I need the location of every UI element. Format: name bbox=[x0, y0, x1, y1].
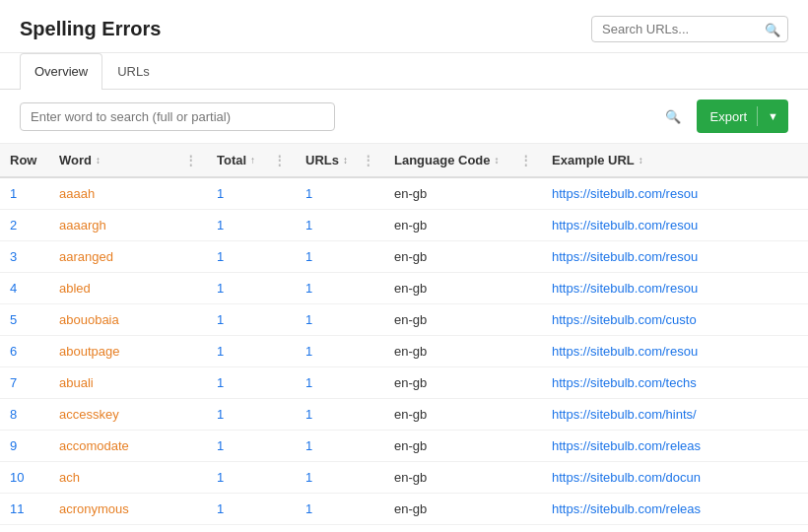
example-url-link[interactable]: https://sitebulb.com/hints/ bbox=[552, 407, 697, 422]
col-header-total-label: Total bbox=[217, 153, 246, 167]
cell-row-3: 4 bbox=[0, 273, 49, 304]
total-link[interactable]: 1 bbox=[217, 407, 224, 422]
word-link[interactable]: accesskey bbox=[59, 407, 119, 422]
word-link[interactable]: abouobaia bbox=[59, 312, 119, 327]
total-sort-icon[interactable]: ↑ bbox=[250, 155, 255, 166]
cell-total-7: 1 bbox=[207, 399, 296, 431]
col-header-lang-label: Language Code bbox=[394, 153, 491, 167]
total-link[interactable]: 1 bbox=[217, 218, 224, 233]
example-url-link[interactable]: https://sitebulb.com/techs bbox=[552, 375, 697, 390]
word-link[interactable]: aaranged bbox=[59, 249, 113, 264]
total-link[interactable]: 1 bbox=[217, 438, 224, 453]
tab-overview[interactable]: Overview bbox=[20, 53, 102, 90]
word-link[interactable]: acronymous bbox=[59, 501, 129, 516]
example-url-link[interactable]: https://sitebulb.com/resou bbox=[552, 344, 698, 359]
cell-example-4: https://sitebulb.com/custo bbox=[542, 304, 808, 336]
cell-urls-4: 1 bbox=[296, 304, 384, 336]
cell-lang-8: en-gb bbox=[384, 431, 542, 462]
total-link[interactable]: 1 bbox=[217, 501, 224, 516]
cell-row-8: 9 bbox=[0, 431, 49, 462]
cell-example-0: https://sitebulb.com/resou bbox=[542, 177, 808, 210]
spelling-errors-table: Row Word ↕ ⋮ Total ↑ ⋮ bbox=[0, 144, 808, 525]
lang-col-menu-icon[interactable]: ⋮ bbox=[519, 153, 532, 167]
urls-link[interactable]: 1 bbox=[305, 344, 312, 359]
cell-total-10: 1 bbox=[207, 494, 296, 525]
total-link[interactable]: 1 bbox=[217, 344, 224, 359]
example-url-link[interactable]: https://sitebulb.com/resou bbox=[552, 281, 698, 296]
example-url-link[interactable]: https://sitebulb.com/resou bbox=[552, 218, 698, 233]
export-button-label: Export bbox=[710, 109, 758, 124]
total-link[interactable]: 1 bbox=[217, 470, 224, 485]
cell-lang-5: en-gb bbox=[384, 336, 542, 367]
cell-word-8: accomodate bbox=[49, 431, 207, 462]
cell-urls-2: 1 bbox=[296, 241, 384, 273]
total-link[interactable]: 1 bbox=[217, 375, 224, 390]
cell-row-2: 3 bbox=[0, 241, 49, 273]
urls-link[interactable]: 1 bbox=[305, 470, 312, 485]
cell-urls-0: 1 bbox=[296, 177, 384, 210]
cell-lang-4: en-gb bbox=[384, 304, 542, 336]
word-col-menu-icon[interactable]: ⋮ bbox=[184, 153, 197, 167]
total-link[interactable]: 1 bbox=[217, 312, 224, 327]
urls-link[interactable]: 1 bbox=[305, 375, 312, 390]
cell-lang-1: en-gb bbox=[384, 210, 542, 241]
table-row: 7 abuali 1 1 en-gb https://sitebulb.com/… bbox=[0, 367, 808, 399]
urls-link[interactable]: 1 bbox=[305, 218, 312, 233]
urls-link[interactable]: 1 bbox=[305, 186, 312, 201]
table-row: 11 acronymous 1 1 en-gb https://sitebulb… bbox=[0, 494, 808, 525]
word-link[interactable]: abled bbox=[59, 281, 91, 296]
cell-total-0: 1 bbox=[207, 177, 296, 210]
word-link[interactable]: ach bbox=[59, 470, 80, 485]
example-url-link[interactable]: https://sitebulb.com/custo bbox=[552, 312, 697, 327]
cell-word-0: aaaah bbox=[49, 177, 207, 210]
urls-sort-icon[interactable]: ↕ bbox=[343, 155, 348, 166]
urls-link[interactable]: 1 bbox=[305, 407, 312, 422]
urls-link[interactable]: 1 bbox=[305, 281, 312, 296]
cell-total-1: 1 bbox=[207, 210, 296, 241]
tab-urls[interactable]: URLs bbox=[102, 53, 165, 89]
total-link[interactable]: 1 bbox=[217, 249, 224, 264]
word-link[interactable]: abuali bbox=[59, 375, 94, 390]
word-link[interactable]: accomodate bbox=[59, 438, 129, 453]
cell-urls-1: 1 bbox=[296, 210, 384, 241]
urls-link[interactable]: 1 bbox=[305, 249, 312, 264]
cell-row-5: 6 bbox=[0, 336, 49, 367]
example-sort-icon[interactable]: ↕ bbox=[639, 155, 643, 166]
total-col-menu-icon[interactable]: ⋮ bbox=[273, 153, 286, 167]
word-link[interactable]: aaaargh bbox=[59, 218, 106, 233]
cell-urls-10: 1 bbox=[296, 494, 384, 525]
cell-lang-0: en-gb bbox=[384, 177, 542, 210]
cell-example-3: https://sitebulb.com/resou bbox=[542, 273, 808, 304]
example-url-link[interactable]: https://sitebulb.com/releas bbox=[552, 501, 701, 516]
example-url-link[interactable]: https://sitebulb.com/resou bbox=[552, 249, 698, 264]
urls-link[interactable]: 1 bbox=[305, 501, 312, 516]
table-row: 10 ach 1 1 en-gb https://sitebulb.com/do… bbox=[0, 462, 808, 494]
cell-example-6: https://sitebulb.com/techs bbox=[542, 367, 808, 399]
row-number: 10 bbox=[10, 470, 24, 485]
urls-link[interactable]: 1 bbox=[305, 438, 312, 453]
cell-total-4: 1 bbox=[207, 304, 296, 336]
table-wrapper: Row Word ↕ ⋮ Total ↑ ⋮ bbox=[0, 144, 808, 528]
table-row: 1 aaaah 1 1 en-gb https://sitebulb.com/r… bbox=[0, 177, 808, 210]
export-dropdown-icon[interactable]: ▼ bbox=[758, 110, 788, 122]
cell-word-5: aboutpage bbox=[49, 336, 207, 367]
urls-link[interactable]: 1 bbox=[305, 312, 312, 327]
cell-word-3: abled bbox=[49, 273, 207, 304]
col-header-word: Word ↕ ⋮ bbox=[49, 144, 207, 177]
word-sort-icon[interactable]: ↕ bbox=[96, 155, 101, 166]
lang-sort-icon[interactable]: ↕ bbox=[495, 155, 500, 166]
word-link[interactable]: aaaah bbox=[59, 186, 95, 201]
example-url-link[interactable]: https://sitebulb.com/docun bbox=[552, 470, 701, 485]
export-button[interactable]: Export ▼ bbox=[697, 100, 788, 133]
table-row: 9 accomodate 1 1 en-gb https://sitebulb.… bbox=[0, 431, 808, 462]
total-link[interactable]: 1 bbox=[217, 186, 224, 201]
url-search-input[interactable] bbox=[591, 16, 788, 42]
example-url-link[interactable]: https://sitebulb.com/resou bbox=[552, 186, 698, 201]
word-search-input[interactable] bbox=[20, 102, 335, 131]
example-url-link[interactable]: https://sitebulb.com/releas bbox=[552, 438, 701, 453]
cell-total-5: 1 bbox=[207, 336, 296, 367]
total-link[interactable]: 1 bbox=[217, 281, 224, 296]
urls-col-menu-icon[interactable]: ⋮ bbox=[362, 153, 374, 167]
cell-urls-8: 1 bbox=[296, 431, 384, 462]
word-link[interactable]: aboutpage bbox=[59, 344, 119, 359]
